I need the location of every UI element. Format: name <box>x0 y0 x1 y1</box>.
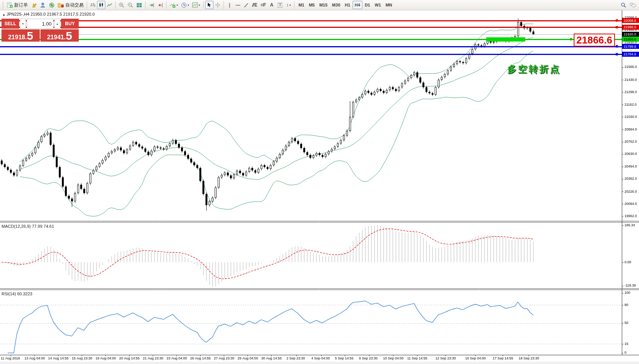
zoom-out-icon <box>128 2 133 8</box>
signals-button[interactable] <box>47 1 56 9</box>
toolbar-separator <box>87 1 87 9</box>
caret-down-icon: ▾ <box>188 3 189 7</box>
collapse-arrow-icon[interactable]: ▲ <box>2 13 5 16</box>
timeframe-m1-button[interactable]: M1 <box>296 1 306 9</box>
one-click-trade-panel: SELL ▾ ▴ BUY 21918.5 21941.5 <box>2 19 79 42</box>
autotrading-icon <box>58 2 64 8</box>
search-button[interactable] <box>619 1 628 9</box>
sell-button[interactable]: SELL <box>2 19 19 29</box>
periods-button[interactable]: ▾ <box>180 1 191 9</box>
sell-price-button[interactable]: 21918.5 <box>2 29 40 42</box>
sell-price-big: 5 <box>27 31 33 41</box>
caret-down-icon: ▾ <box>289 3 291 7</box>
toolbar-grip <box>3 2 4 8</box>
symbol-ohlc-text: JPN225-,H4 21950.0 21967.5 21917.5 21920… <box>6 12 95 16</box>
timeframe-m5-button[interactable]: M5 <box>307 1 317 9</box>
tile-windows-icon <box>136 3 142 8</box>
indicators-button[interactable]: ▾ <box>168 1 180 9</box>
candlestick-icon <box>99 2 104 8</box>
buy-price-big: 5 <box>66 31 72 41</box>
crosshair-icon <box>215 2 220 8</box>
symbol-header: ▲JPN225-,H4 21950.0 21967.5 21917.5 2192… <box>2 12 95 16</box>
volume-stepper: ▾ ▴ <box>20 19 60 29</box>
chat-icon <box>629 2 636 8</box>
new-order-label: 新订单 <box>14 2 28 8</box>
auto-scroll-icon <box>149 3 154 8</box>
timeframe-h1-button[interactable]: H1 <box>343 1 353 9</box>
autotrading-label: 自动交易 <box>65 2 84 8</box>
zoom-in-button[interactable] <box>117 1 126 9</box>
horizontal-line-icon: — <box>236 2 240 8</box>
line-chart-button[interactable] <box>105 1 114 9</box>
timeframe-w1-button[interactable]: W1 <box>372 1 383 9</box>
zoom-in-icon <box>119 2 125 8</box>
sell-price-main: 21918. <box>8 34 27 40</box>
vertical-line-icon: ｜ <box>227 2 232 8</box>
toolbar-separator <box>115 1 116 9</box>
toolbar-separator <box>145 1 146 9</box>
line-chart-icon <box>107 2 112 8</box>
bar-chart-button[interactable] <box>89 1 97 9</box>
price-callout-box[interactable]: 21866.6 <box>574 34 615 47</box>
autotrading-button[interactable]: 自动交易 <box>56 1 85 9</box>
fibonacci-icon: ≡F <box>260 2 266 8</box>
volume-input[interactable] <box>27 19 53 29</box>
toolbar-separator <box>166 1 167 9</box>
caret-down-icon: ▾ <box>199 3 200 7</box>
chart-shift-icon <box>157 3 163 8</box>
toolbar-separator <box>223 1 224 9</box>
buy-price-button[interactable]: 21941.5 <box>40 29 79 42</box>
fibonacci-tool[interactable]: ≡F <box>259 1 267 9</box>
zoom-out-button[interactable] <box>126 1 135 9</box>
tile-windows-button[interactable] <box>135 1 144 9</box>
chart-window: ▲JPN225-,H4 21950.0 21967.5 21917.5 2192… <box>0 10 639 364</box>
person-icon <box>40 2 46 8</box>
channel-tool[interactable]: ⫽E <box>251 1 259 9</box>
toolbar-separator <box>294 1 294 9</box>
buy-price-main: 21941. <box>47 34 66 40</box>
chart-shift-button[interactable] <box>156 1 165 9</box>
volume-decrease-button[interactable]: ▾ <box>20 19 26 29</box>
main-toolbar: 新订单 自动交易 <box>0 0 639 10</box>
clock-icon <box>181 2 187 8</box>
trendline-tool[interactable]: ／ <box>242 1 251 9</box>
cursor-button[interactable] <box>205 1 214 9</box>
timeframe-mn-button[interactable]: MN <box>383 1 394 9</box>
timeframe-d1-button[interactable]: D1 <box>362 1 372 9</box>
signal-icon <box>49 2 55 8</box>
chat-button[interactable] <box>628 1 637 9</box>
volume-increase-button[interactable]: ▴ <box>54 19 60 29</box>
new-order-icon <box>7 2 13 8</box>
caret-down-icon: ▾ <box>176 3 178 7</box>
templates-button[interactable]: ▾ <box>191 1 202 9</box>
rsi-label: RSI(14) 60.3223 <box>2 292 32 296</box>
arrows-icon: ↕ <box>286 2 288 8</box>
horizontal-line-tool[interactable]: — <box>234 1 242 9</box>
trendline-icon: ／ <box>244 2 249 8</box>
crosshair-button[interactable] <box>214 1 222 9</box>
buy-button[interactable]: BUY <box>61 19 79 29</box>
vertical-line-tool[interactable]: ｜ <box>225 1 234 9</box>
new-order-button[interactable]: 新订单 <box>5 1 29 9</box>
toolbar-separator <box>203 1 204 9</box>
candlestick-chart-button[interactable] <box>97 1 105 9</box>
channel-icon: ⫽E <box>252 2 257 8</box>
cursor-icon <box>207 2 212 8</box>
indicators-icon <box>170 2 176 8</box>
timeframe-h4-button[interactable]: H4 <box>353 1 362 9</box>
auto-scroll-button[interactable] <box>147 1 156 9</box>
history-center-button[interactable] <box>29 1 39 9</box>
accounts-button[interactable] <box>39 1 47 9</box>
text-tool[interactable]: A <box>267 1 276 9</box>
timeframe-m30-button[interactable]: M30 <box>330 1 342 9</box>
yellow-arrow-icon <box>31 2 37 8</box>
timeframe-m15-button[interactable]: M15 <box>317 1 330 9</box>
label-tool[interactable]: T <box>276 1 284 9</box>
label-tool-icon: T <box>278 3 282 8</box>
bar-chart-icon <box>90 2 95 8</box>
macd-label: MACD(12,26,9) 77.99 74.61 <box>2 224 54 229</box>
search-icon <box>621 2 626 8</box>
turning-point-annotation[interactable]: 多空转折点 <box>507 63 561 75</box>
arrows-tool[interactable]: ↕ ▾ <box>284 1 293 9</box>
text-tool-icon: A <box>270 2 273 8</box>
